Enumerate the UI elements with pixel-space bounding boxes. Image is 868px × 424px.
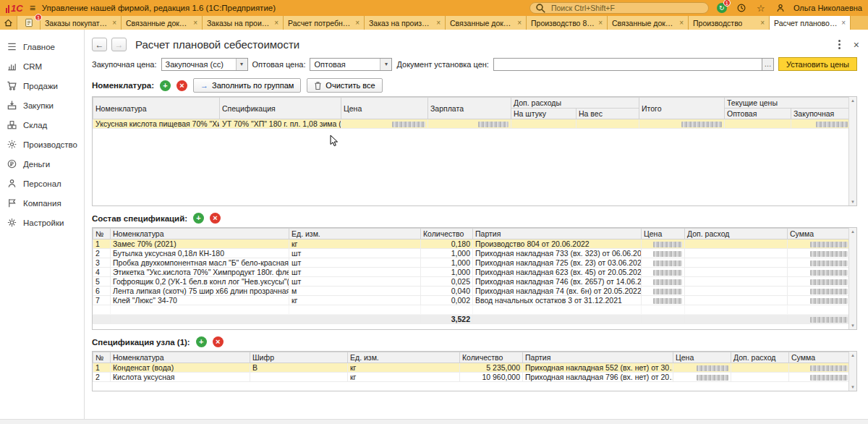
close-icon[interactable]: × — [841, 19, 846, 27]
col-header[interactable]: Цена — [673, 352, 731, 363]
cell-price[interactable] — [642, 277, 685, 287]
cell-unit[interactable]: кг — [348, 363, 460, 373]
cell-qty[interactable]: 0,025 — [421, 277, 473, 287]
table-row[interactable]: 1 Конденсат (вода) В кг 5 235,000 Приход… — [93, 363, 851, 373]
scroll-up-icon[interactable]: ▲ — [851, 229, 855, 234]
tab-notifications[interactable]: 1 — [17, 16, 41, 30]
cell-extra[interactable] — [731, 363, 789, 373]
back-button[interactable]: ← — [92, 38, 107, 51]
cell-extra[interactable] — [685, 296, 788, 305]
col-header[interactable]: № — [93, 352, 111, 363]
close-icon[interactable]: × — [193, 19, 197, 27]
cell-name[interactable]: Замес 70% (2021) — [111, 239, 289, 249]
cell-name[interactable]: Конденсат (вода) — [111, 363, 250, 373]
col-header[interactable]: Номенклатура — [111, 229, 289, 239]
cell-price[interactable] — [642, 258, 685, 268]
close-icon[interactable]: × — [517, 19, 522, 27]
tab-related-docs-3[interactable]: Связанные док…× — [608, 16, 689, 30]
cell-batch[interactable]: Приходная накладная 623 (вх. 45) от 20.0… — [473, 268, 642, 277]
table-row[interactable]: 4 Этикетка "Укс.кислота 70%" Химпродукт … — [93, 268, 851, 277]
cell-num[interactable]: 3 — [93, 258, 111, 268]
table-row[interactable]: 3 Пробка двухкомпонентная масл "Б" бело-… — [93, 258, 851, 268]
vertical-scrollbar[interactable]: ▲ ▼ — [848, 352, 856, 391]
cell-sum[interactable] — [789, 373, 851, 382]
cell-sum[interactable] — [789, 363, 851, 373]
table-row[interactable]: Уксусная кислота пищевая 70% "ХимПро… УТ… — [93, 119, 851, 129]
tab-production-orders[interactable]: Заказы на прои…× — [203, 16, 284, 30]
cell-total[interactable] — [639, 119, 725, 129]
cell-name[interactable]: Гофроящик 0,2 (УК-1 бел.в конл лог "Нев.… — [111, 277, 289, 287]
cell-price[interactable] — [642, 296, 685, 305]
close-icon[interactable]: × — [679, 19, 684, 27]
cell-price[interactable] — [673, 373, 731, 382]
col-header[interactable]: Зарплата — [428, 98, 511, 119]
col-header[interactable]: На вес — [576, 109, 639, 119]
cell-unit[interactable]: шт — [289, 249, 421, 258]
cell-salary[interactable] — [428, 119, 511, 129]
tab-related-docs-2[interactable]: Связанные док…× — [446, 16, 527, 30]
delete-row-button[interactable]: × — [213, 336, 224, 347]
price-doc-input[interactable] — [493, 58, 762, 71]
cell-batch[interactable]: Приходная накладная 796 (вх. нет) от 20… — [523, 373, 673, 382]
cell-extra[interactable] — [685, 239, 788, 249]
favorites-icon[interactable]: ☆ — [754, 1, 767, 14]
scroll-down-icon[interactable]: ▼ — [851, 385, 855, 389]
cell-code[interactable] — [250, 373, 348, 382]
tab-production-order[interactable]: Заказ на произ…× — [365, 16, 446, 30]
tab-production[interactable]: Производство× — [689, 16, 770, 30]
cell-extra[interactable] — [685, 258, 788, 268]
col-header[interactable]: Номенклатура — [93, 98, 220, 119]
user-name[interactable]: Ольга Николаевна — [793, 4, 862, 12]
cell-batch[interactable]: Приходная накладная 746 (вх. 2657) от 14… — [473, 277, 642, 287]
close-icon[interactable]: × — [274, 19, 278, 27]
cell-nomenclature[interactable]: Уксусная кислота пищевая 70% "ХимПро… — [93, 119, 220, 129]
cell-unit[interactable]: кг — [289, 239, 421, 249]
col-header[interactable]: Сумма — [788, 229, 851, 239]
cell-extra[interactable] — [685, 249, 788, 258]
search-input[interactable] — [550, 3, 703, 13]
add-row-button[interactable]: + — [193, 213, 204, 224]
chevron-down-icon[interactable]: ▾ — [380, 59, 391, 70]
cell-unit[interactable]: м — [289, 287, 421, 296]
clear-all-button[interactable]: Очистить все — [307, 78, 382, 93]
scroll-up-icon[interactable]: ▲ — [851, 98, 855, 103]
col-header[interactable]: Оптовая — [725, 109, 791, 119]
col-header[interactable]: Партия — [473, 229, 642, 239]
cell-batch[interactable]: Приходная накладная 733 (вх. 323) от 06.… — [473, 249, 642, 258]
add-row-button[interactable]: + — [160, 80, 171, 91]
set-prices-button[interactable]: Установить цены — [778, 57, 857, 71]
cell-num[interactable]: 1 — [93, 363, 111, 373]
cell-name[interactable]: Лента липкая (скотч) 75 шир х66 длин про… — [111, 287, 289, 296]
tab-related-docs-1[interactable]: Связанные док…× — [122, 16, 203, 30]
cell-qty[interactable]: 5 235,000 — [460, 363, 523, 373]
delete-row-button[interactable]: × — [176, 80, 187, 91]
col-header[interactable]: Цена — [642, 229, 685, 239]
col-header[interactable]: Ед. изм. — [348, 352, 460, 363]
col-header[interactable]: Доп. расход — [685, 229, 788, 239]
purchase-price-select[interactable]: Закупочная (сс) ▾ — [161, 58, 248, 71]
col-header[interactable]: Цена — [341, 98, 428, 119]
tab-planned-cost[interactable]: Расчет планово…× — [770, 16, 851, 30]
cell-name[interactable]: Этикетка "Укс.кислота 70%" Химпродукт 18… — [111, 268, 289, 277]
cell-batch[interactable]: Приходная накладная 725 (вх. 23) от 03.0… — [473, 258, 642, 268]
cell-extra[interactable] — [685, 268, 788, 277]
table-row[interactable]: 1 Замес 70% (2021) кг 0,180 Производство… — [93, 239, 851, 249]
cell-extra-per-item[interactable] — [511, 119, 576, 129]
main-menu-icon[interactable]: ≡ — [30, 3, 35, 13]
cell-unit[interactable]: кг — [348, 373, 460, 382]
cell-num[interactable]: 5 — [93, 277, 111, 287]
cell-qty[interactable]: 0,040 — [421, 287, 473, 296]
tab-production-8[interactable]: Производство 8…× — [527, 16, 608, 30]
fill-by-groups-button[interactable]: → Заполнить по группам — [193, 78, 301, 93]
cell-sum[interactable] — [788, 277, 851, 287]
cell-sum[interactable] — [788, 239, 851, 249]
col-header[interactable]: Спецификация — [220, 98, 341, 119]
cell-batch[interactable]: Производство 804 от 20.06.2022 — [473, 239, 642, 249]
sidebar-item-company[interactable]: Компания — [0, 193, 84, 213]
col-header[interactable]: Текущие цены — [725, 98, 851, 109]
col-header[interactable]: № — [93, 229, 111, 239]
cell-batch[interactable]: Ввод начальных остатков 3 от 31.12.2021 — [473, 296, 642, 305]
tab-customer-orders[interactable]: Заказы покупат…× — [41, 16, 122, 30]
cell-batch[interactable]: Приходная накладная 74 (вх. 6н) от 20.05… — [473, 287, 642, 296]
table-row[interactable]: 7 Клей "Люкс" 34-70 кг 0,002 Ввод началь… — [93, 296, 851, 305]
